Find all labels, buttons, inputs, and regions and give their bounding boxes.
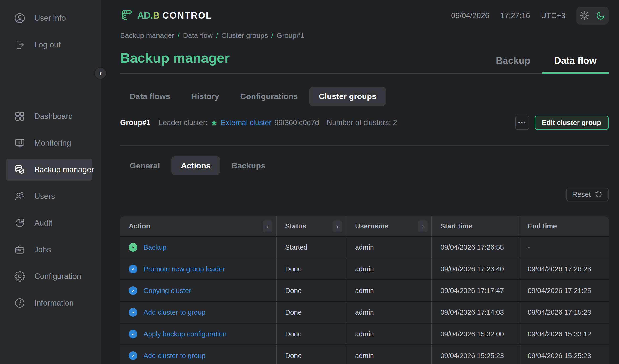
reset-button[interactable]: Reset bbox=[566, 188, 608, 201]
username-cell: admin bbox=[346, 302, 431, 323]
group-info-row: Group#1 Leader cluster: ★ External clust… bbox=[120, 116, 608, 130]
check-circle-icon bbox=[129, 308, 137, 317]
action-cell: Promote new group leader bbox=[120, 258, 276, 279]
action-cell: Copying cluster bbox=[120, 280, 276, 301]
info-icon bbox=[14, 297, 25, 309]
actions-table: Action › Status › Username › Start time … bbox=[120, 216, 608, 364]
breadcrumb-item[interactable]: Cluster groups bbox=[222, 31, 268, 40]
action-link[interactable]: Promote new group leader bbox=[143, 265, 225, 273]
sidebar-spacer bbox=[0, 61, 101, 105]
start-time-cell: 09/04/2026 17:17:47 bbox=[431, 280, 519, 301]
sidebar-collapse-button[interactable]: ‹ bbox=[95, 68, 106, 79]
action-cell: Apply backup configuration bbox=[120, 324, 276, 344]
table-body: Backup Started admin 09/04/2026 17:26:55… bbox=[120, 236, 608, 364]
gear-icon bbox=[14, 271, 25, 282]
action-link[interactable]: Add cluster to group bbox=[143, 352, 206, 360]
sidebar-item-configuration[interactable]: Configuration bbox=[6, 265, 92, 287]
reset-label: Reset bbox=[572, 190, 591, 198]
column-expand-button[interactable]: › bbox=[333, 220, 342, 232]
more-actions-button[interactable]: ••• bbox=[515, 116, 529, 130]
sidebar-item-audit[interactable]: Audit bbox=[6, 212, 92, 234]
refresh-icon bbox=[595, 190, 602, 198]
topbar: AD.BCONTROL 09/04/2026 17:27:16 UTC+3 bbox=[120, 7, 608, 24]
breadcrumb-separator: / bbox=[178, 31, 180, 40]
leader-cluster: Leader cluster: ★ External cluster 99f36… bbox=[159, 118, 319, 127]
end-time-cell: 09/04/2026 17:26:23 bbox=[519, 258, 608, 279]
current-date: 09/04/2026 bbox=[451, 11, 489, 20]
column-expand-button[interactable]: › bbox=[263, 220, 272, 232]
sidebar-item-dashboard[interactable]: Dashboard bbox=[6, 105, 92, 127]
end-time-cell: - bbox=[519, 237, 608, 258]
breadcrumb: Backup manager / Data flow / Cluster gro… bbox=[120, 31, 608, 40]
leader-cluster-link[interactable]: External cluster bbox=[221, 118, 272, 127]
tab-configurations[interactable]: Configurations bbox=[231, 87, 307, 106]
column-expand-button[interactable]: › bbox=[418, 220, 428, 232]
tab-data-flow[interactable]: Data flow bbox=[542, 55, 608, 74]
sidebar-item-label: Log out bbox=[34, 40, 61, 49]
start-time-cell: 09/04/2026 15:25:23 bbox=[431, 345, 519, 364]
jobs-briefcase-icon bbox=[14, 244, 25, 255]
clusters-count: Number of clusters: 2 bbox=[327, 118, 397, 127]
action-link[interactable]: Copying cluster bbox=[143, 287, 191, 295]
main-content: AD.BCONTROL 09/04/2026 17:27:16 UTC+3 bbox=[101, 0, 619, 364]
play-icon bbox=[129, 243, 137, 252]
breadcrumb-item[interactable]: Group#1 bbox=[277, 31, 305, 40]
table-row: Backup Started admin 09/04/2026 17:26:55… bbox=[120, 236, 608, 258]
sidebar-item-label: Information bbox=[34, 298, 74, 308]
moon-icon[interactable] bbox=[595, 10, 606, 21]
tab-backup[interactable]: Backup bbox=[484, 55, 542, 74]
action-link[interactable]: Add cluster to group bbox=[143, 309, 206, 316]
start-time-cell: 09/04/2026 15:32:00 bbox=[431, 324, 519, 344]
username-cell: admin bbox=[346, 258, 431, 279]
sidebar-item-monitoring[interactable]: Monitoring bbox=[6, 132, 92, 154]
sun-icon[interactable] bbox=[579, 10, 590, 21]
users-icon bbox=[14, 191, 25, 202]
backup-database-icon bbox=[14, 164, 25, 175]
breadcrumb-item[interactable]: Backup manager bbox=[120, 31, 174, 40]
tab-general[interactable]: General bbox=[120, 156, 169, 175]
timezone: UTC+3 bbox=[541, 11, 565, 20]
check-circle-icon bbox=[129, 265, 137, 273]
table-toolbar: Reset bbox=[120, 188, 608, 201]
username-cell: admin bbox=[346, 345, 431, 364]
sidebar-item-label: Audit bbox=[34, 218, 52, 228]
table-row: Apply backup configuration Done admin 09… bbox=[120, 323, 608, 344]
column-header-username: Username › bbox=[346, 216, 431, 236]
ellipsis-icon: ••• bbox=[518, 119, 526, 126]
sidebar-item-log-out[interactable]: Log out bbox=[6, 34, 92, 56]
chevron-right-icon: › bbox=[266, 222, 269, 230]
sidebar-item-jobs[interactable]: Jobs bbox=[6, 239, 92, 261]
tab-cluster-groups[interactable]: Cluster groups bbox=[309, 87, 386, 106]
tab-data-flows[interactable]: Data flows bbox=[120, 87, 180, 106]
start-time-cell: 09/04/2026 17:26:55 bbox=[431, 237, 519, 258]
status-cell: Done bbox=[276, 345, 346, 364]
action-cell: Add cluster to group bbox=[120, 345, 276, 364]
check-circle-icon bbox=[129, 351, 137, 360]
clock-area: 09/04/2026 17:27:16 UTC+3 bbox=[451, 7, 608, 25]
tab-backups[interactable]: Backups bbox=[222, 156, 275, 175]
start-time-cell: 09/04/2026 17:14:03 bbox=[431, 302, 519, 323]
sidebar-item-label: User info bbox=[34, 13, 66, 23]
column-header-status: Status › bbox=[276, 216, 346, 236]
breadcrumb-item[interactable]: Data flow bbox=[183, 31, 213, 40]
chevron-right-icon: › bbox=[422, 222, 424, 230]
chevron-left-icon: ‹ bbox=[99, 69, 102, 78]
page-title: Backup manager bbox=[120, 50, 230, 73]
tab-actions[interactable]: Actions bbox=[171, 156, 220, 175]
action-cell: Backup bbox=[120, 237, 276, 258]
tab-history[interactable]: History bbox=[182, 87, 229, 106]
action-link[interactable]: Apply backup configuration bbox=[143, 330, 226, 338]
sidebar-item-users[interactable]: Users bbox=[6, 185, 92, 207]
action-link[interactable]: Backup bbox=[143, 243, 167, 251]
monitoring-icon bbox=[14, 137, 25, 148]
check-circle-icon bbox=[129, 286, 137, 295]
sidebar-item-information[interactable]: Information bbox=[6, 292, 92, 314]
table-row: Add cluster to group Done admin 09/04/20… bbox=[120, 301, 608, 323]
theme-toggle bbox=[576, 7, 608, 25]
detail-tabs: General Actions Backups bbox=[120, 156, 608, 175]
sidebar-item-label: Backup manager bbox=[34, 165, 94, 174]
sidebar-item-backup-manager[interactable]: Backup manager bbox=[6, 159, 92, 181]
edit-cluster-group-button[interactable]: Edit cluster group bbox=[535, 116, 608, 130]
sidebar-item-user-info[interactable]: User info bbox=[6, 7, 92, 29]
breadcrumb-separator: / bbox=[216, 31, 218, 40]
